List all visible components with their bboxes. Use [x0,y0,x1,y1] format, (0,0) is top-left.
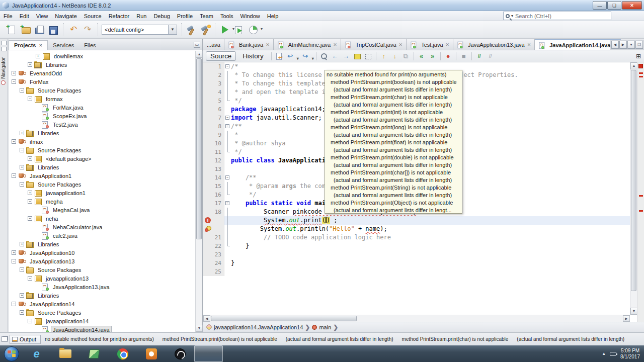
tree-item[interactable]: −JavaApplication14 [9,300,195,308]
last-edit-icon[interactable] [275,52,284,61]
taskbar-item-ie[interactable]: e [22,345,51,362]
debug-icon[interactable] [233,24,245,35]
tree-toggle[interactable]: − [12,139,16,144]
file-tab[interactable]: TripCostCal.java✕ [341,39,407,50]
run-icon[interactable] [219,24,230,35]
tree-toggle[interactable]: + [28,156,32,161]
tree-toggle[interactable]: + [36,54,40,58]
shift-left-icon[interactable]: « [417,52,426,61]
code-fold-margin[interactable] [224,233,231,242]
breadcrumb-item[interactable]: javaapplication14.JavaApplication14 [214,324,303,330]
tree-item[interactable]: −ForMax [9,77,195,86]
code-fold-margin[interactable]: − [224,114,231,122]
build-icon[interactable] [186,24,197,35]
code-fold-margin[interactable] [224,250,231,259]
menu-refactor[interactable]: Refactor [105,12,133,20]
scroll-down-icon[interactable]: ▼ [196,325,203,332]
new-file-icon[interactable] [6,24,17,35]
fold-collapse-icon[interactable]: − [225,175,229,179]
tree-item[interactable]: +dowhilemax [9,52,195,60]
menu-window[interactable]: Window [237,12,264,20]
shift-right-icon[interactable]: » [428,52,437,61]
close-tab-icon[interactable]: ✕ [266,42,270,47]
panel-tab-files[interactable]: Files [79,41,101,50]
find-selection-icon[interactable] [319,52,329,61]
code-fold-margin[interactable] [224,165,231,173]
close-tab-icon[interactable]: ✕ [527,42,531,47]
fold-collapse-icon[interactable]: − [225,124,229,128]
code-fold-margin[interactable] [224,242,231,250]
tree-toggle[interactable]: − [28,276,32,281]
tree-item[interactable]: −javaapplication13 [9,274,195,283]
tree-toggle[interactable]: − [28,216,32,221]
tree-item[interactable]: −JavaApplication13 [9,257,195,265]
tree-item[interactable]: −javaapplication14 [9,317,195,325]
tree-item[interactable]: −JavaApplication1 [9,171,195,180]
code-line[interactable]: ! System.out.print() ; [203,216,637,225]
tree-item[interactable]: −formax [9,95,195,103]
tree-toggle[interactable]: + [12,71,16,75]
projects-tree-scrollbar[interactable]: ▲ ▼ [195,51,202,332]
tree-item[interactable]: JavaApplication13.java [9,283,195,291]
code-line[interactable]: 24} [203,259,637,267]
tree-item[interactable]: +JavaApplication10 [9,248,195,257]
tree-item[interactable]: MeghaCal.java [9,206,195,214]
tree-item[interactable]: +Libraries [9,129,195,137]
tree-toggle[interactable]: + [20,165,24,169]
tree-toggle[interactable]: − [20,310,24,315]
battery-icon[interactable] [610,352,616,356]
taskbar-item-notes[interactable] [79,345,108,362]
tree-item[interactable]: calc2.java [9,231,195,240]
tree-item[interactable]: −ifmax [9,137,195,146]
select-code-block-icon[interactable] [364,52,373,61]
tree-item[interactable]: −Source Packages [9,146,195,154]
tree-toggle[interactable]: + [20,131,24,135]
close-tab-icon[interactable]: ✕ [333,42,337,47]
source-view-button[interactable]: Source [206,51,236,61]
start-button[interactable] [4,346,19,361]
fold-collapse-icon[interactable]: − [225,201,229,205]
close-tab-icon[interactable]: ✕ [446,42,450,47]
maximize-button[interactable] [607,1,621,10]
error-annotation-icon[interactable]: ! [205,217,211,223]
code-line[interactable]: 25 [203,267,637,276]
tree-toggle[interactable]: − [20,88,24,93]
comment-icon[interactable]: // [475,52,484,61]
code-fold-margin[interactable] [224,131,231,139]
tree-item[interactable]: +EvenandOdd [9,69,195,77]
fold-collapse-icon[interactable]: − [225,116,229,120]
menu-tools[interactable]: Tools [217,12,237,20]
file-tab[interactable]: ...ava [203,39,224,50]
menu-help[interactable]: Help [264,12,282,20]
code-fold-margin[interactable] [224,71,231,79]
scroll-right-icon[interactable]: ▶ [623,315,630,322]
code-fold-margin[interactable] [224,225,231,233]
editor-vertical-scrollbar[interactable]: ▲ ▼ [630,62,637,315]
menu-file[interactable]: File [0,12,16,20]
menu-team[interactable]: Team [196,12,217,20]
taskbar-item-explorer[interactable] [51,345,79,362]
error-stripe[interactable] [637,62,644,332]
editor-horizontal-scrollbar[interactable]: ◀ ▶ [203,315,630,322]
tree-item[interactable]: −Source Packages [9,180,195,189]
panel-tab-projects[interactable]: Projects✕ [9,40,48,50]
docked-window-icon[interactable] [2,41,7,45]
docked-window-icon[interactable] [2,47,7,51]
scroll-up-icon[interactable]: ▲ [630,62,637,69]
undo-icon[interactable]: ↶ [68,24,79,35]
minimize-button[interactable] [593,1,607,10]
tree-toggle[interactable]: + [28,62,32,67]
search-dropdown-icon[interactable]: ▾ [511,14,513,18]
tree-item[interactable]: −Source Packages [9,308,195,317]
tab-list-dropdown-icon[interactable]: ▼ [627,41,635,49]
code-fold-margin[interactable]: − [224,199,231,208]
panel-tab-services[interactable]: Services [48,41,79,50]
maximize-editor-icon[interactable]: ❐ [635,41,643,49]
next-occurrence-icon[interactable]: → [342,52,351,61]
tree-item[interactable]: +Libraries [9,163,195,171]
tree-item[interactable]: −megha [9,197,195,206]
config-select[interactable]: <default config>▼ [102,25,177,35]
taskbar-item-netbeans[interactable] [194,345,223,362]
chevron-down-icon[interactable]: ▼ [168,25,177,34]
code-fold-margin[interactable]: − [224,173,231,182]
